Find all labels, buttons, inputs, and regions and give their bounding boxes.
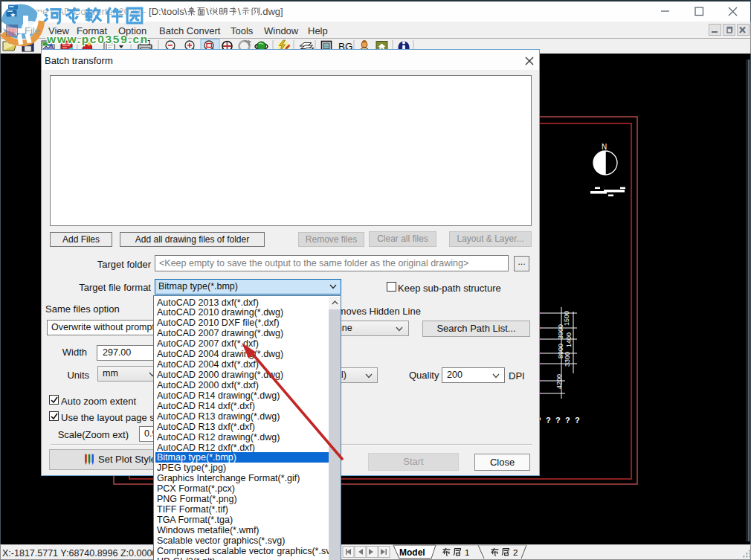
svg-text:File: File xyxy=(25,25,40,36)
svg-text:Model: Model xyxy=(399,547,425,558)
svg-text:3300: 3300 xyxy=(564,352,571,367)
svg-text:?: ? xyxy=(546,416,551,425)
svg-text:www.pc0359.cn: www.pc0359.cn xyxy=(46,33,149,45)
svg-text:1: 1 xyxy=(465,548,469,557)
svg-text:?: ? xyxy=(565,416,570,425)
svg-text:4200: 4200 xyxy=(555,374,563,389)
svg-text:N: N xyxy=(602,143,607,151)
svg-text:1500: 1500 xyxy=(563,311,570,326)
svg-text:?: ? xyxy=(575,416,580,425)
svg-text:3900: 3900 xyxy=(557,324,564,339)
svg-text:1400: 1400 xyxy=(565,332,573,347)
svg-text:2: 2 xyxy=(513,548,518,557)
svg-text:?: ? xyxy=(555,416,561,425)
